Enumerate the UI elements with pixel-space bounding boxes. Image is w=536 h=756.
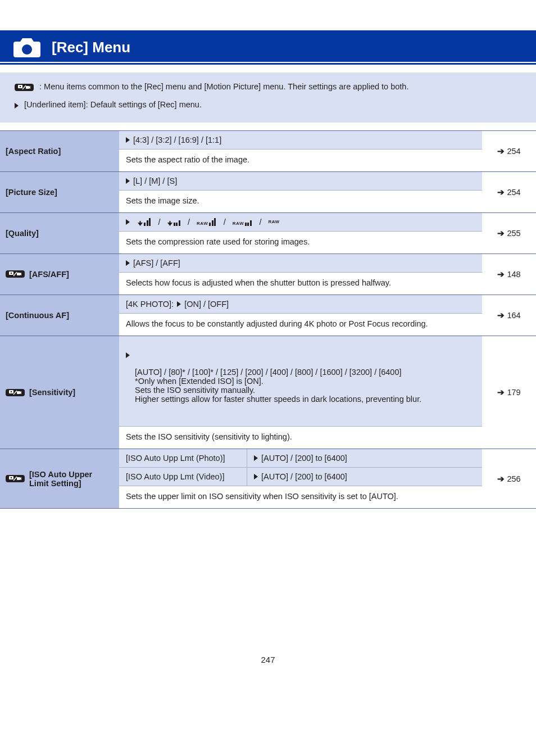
setting-options: [L] / [M] / [S] — [119, 172, 482, 191]
svg-marker-12 — [20, 273, 21, 275]
page-ref[interactable]: ➔ 179 — [482, 336, 536, 449]
quality-raw-standard-icon: RAW — [233, 218, 253, 226]
photo-video-badge-icon — [6, 270, 25, 278]
svg-rect-11 — [17, 273, 20, 275]
setting-description: Allows the focus to be constantly adjust… — [119, 314, 482, 336]
setting-options: [AUTO] / [80]* / [100]* / [125] / [200] … — [119, 336, 482, 427]
triangle-bullet-icon — [126, 178, 130, 184]
svg-rect-15 — [17, 391, 20, 394]
sub-setting-name: [ISO Auto Upp Lmt (Photo)] — [119, 449, 247, 468]
title-rule — [0, 63, 536, 65]
svg-point-10 — [11, 273, 12, 274]
setting-sub-row: [ISO Auto Upp Lmt (Video)] [AUTO] / [200… — [119, 468, 482, 486]
setting-name: [Quality] — [0, 213, 119, 253]
page-title: [Rec] Menu — [52, 39, 130, 56]
intro-block: : Menu items common to the [Rec] menu an… — [0, 73, 536, 123]
intro-line2: [Underlined item]: Default settings of [… — [24, 100, 202, 109]
page-number: 247 — [0, 655, 536, 664]
svg-point-0 — [22, 44, 32, 55]
table-row: [Picture Size] [L] / [M] / [S] Sets the … — [0, 171, 536, 212]
camera-icon — [12, 36, 42, 58]
table-row: [ISO Auto Upper Limit Setting] [ISO Auto… — [0, 449, 536, 509]
svg-marker-4 — [29, 86, 30, 89]
setting-description: Sets the aspect ratio of the image. — [119, 150, 482, 171]
triangle-bullet-icon — [15, 103, 19, 108]
setting-description: Sets the ISO sensitivity (sensitivity to… — [119, 427, 482, 449]
arrow-right-icon: ➔ — [497, 270, 505, 279]
triangle-bullet-icon — [177, 301, 181, 307]
triangle-bullet-icon — [254, 455, 258, 461]
svg-rect-3 — [26, 86, 29, 89]
setting-name: [Aspect Ratio] — [0, 131, 119, 171]
arrow-right-icon: ➔ — [497, 147, 505, 156]
setting-options: [AFS] / [AFF] — [119, 254, 482, 273]
settings-table: [Aspect Ratio] [4:3] / [3:2] / [16:9] / … — [0, 130, 536, 509]
setting-options: [4:3] / [3:2] / [16:9] / [1:1] — [119, 131, 482, 150]
svg-rect-8 — [169, 221, 170, 223]
page-ref[interactable]: ➔ 254 — [482, 172, 536, 212]
triangle-bullet-icon — [126, 352, 130, 358]
setting-options: [4K PHOTO]: [ON] / [OFF] — [119, 295, 482, 314]
page-ref[interactable]: ➔ 148 — [482, 254, 536, 295]
svg-rect-6 — [140, 221, 141, 223]
triangle-bullet-icon — [254, 474, 258, 479]
setting-options: / / RAW / RAW / — [119, 213, 482, 232]
page-ref[interactable]: ➔ 255 — [482, 213, 536, 253]
triangle-bullet-icon — [126, 260, 130, 266]
quality-raw-icon: RAW — [268, 219, 279, 224]
svg-point-18 — [11, 477, 12, 479]
triangle-bullet-icon — [126, 219, 130, 225]
svg-point-2 — [20, 85, 21, 87]
sub-setting-options: [AUTO] / [200] to [6400] — [247, 468, 482, 486]
table-row: [Quality] / / RAW — [0, 212, 536, 253]
photo-video-badge-icon — [15, 84, 34, 91]
quality-standard-icon — [167, 218, 181, 226]
table-row: [Aspect Ratio] [4:3] / [3:2] / [16:9] / … — [0, 130, 536, 171]
svg-rect-19 — [17, 477, 20, 480]
page-ref[interactable]: ➔ 256 — [482, 449, 536, 508]
quality-raw-fine-icon: RAW — [197, 218, 217, 226]
setting-name: [Continuous AF] — [0, 295, 119, 336]
page-ref[interactable]: ➔ 164 — [482, 295, 536, 336]
setting-description: Sets the image size. — [119, 191, 482, 212]
triangle-bullet-icon — [126, 137, 130, 143]
sub-setting-options: [AUTO] / [200] to [6400] — [247, 449, 482, 468]
photo-video-badge-icon — [6, 389, 25, 396]
page-ref[interactable]: ➔ 254 — [482, 131, 536, 171]
arrow-right-icon: ➔ — [497, 311, 505, 320]
setting-name: [Sensitivity] — [0, 336, 119, 449]
sub-setting-name: [ISO Auto Upp Lmt (Video)] — [119, 468, 247, 486]
setting-name: [ISO Auto Upper Limit Setting] — [0, 449, 119, 508]
setting-name: [Picture Size] — [0, 172, 119, 212]
svg-marker-20 — [20, 477, 21, 480]
photo-video-badge-icon — [6, 475, 25, 482]
title-bar: [Rec] Menu — [0, 30, 536, 62]
setting-description: Sets the upper limit on ISO sensitivity … — [119, 486, 482, 508]
table-row: [AFS/AFF] [AFS] / [AFF] Selects how focu… — [0, 253, 536, 295]
arrow-right-icon: ➔ — [497, 388, 505, 397]
arrow-right-icon: ➔ — [497, 229, 505, 238]
setting-description: Sets the compression rate used for stori… — [119, 232, 482, 253]
svg-point-14 — [11, 391, 12, 392]
table-row: [Sensitivity] [AUTO] / [80]* / [100]* / … — [0, 336, 536, 449]
svg-marker-16 — [20, 391, 21, 394]
intro-line1: : Menu items common to the [Rec] menu an… — [39, 82, 408, 91]
arrow-right-icon: ➔ — [497, 188, 505, 197]
setting-sub-row: [ISO Auto Upp Lmt (Photo)] [AUTO] / [200… — [119, 449, 482, 468]
setting-description: Selects how focus is adjusted when the s… — [119, 273, 482, 295]
setting-name: [AFS/AFF] — [0, 254, 119, 295]
table-row: [Continuous AF] [4K PHOTO]: [ON] / [OFF]… — [0, 295, 536, 336]
arrow-right-icon: ➔ — [497, 474, 505, 483]
quality-fine-icon — [138, 218, 152, 226]
